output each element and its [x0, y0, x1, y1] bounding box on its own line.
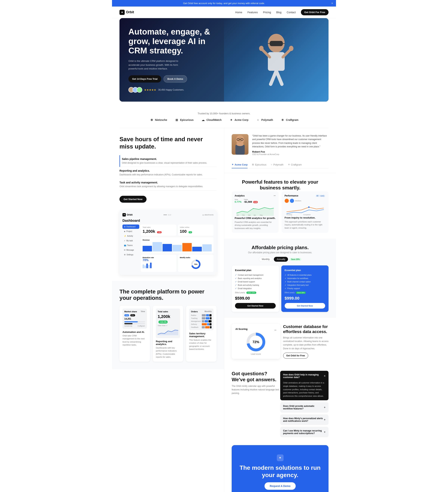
tab-acme-label: Acme Corp [235, 163, 248, 166]
hero-demo-button[interactable]: Book A Demo [164, 75, 187, 82]
dash-nav-settings[interactable]: ⚙ Settings [122, 253, 139, 257]
cta-demo-button[interactable]: Request A Demo [265, 482, 296, 490]
perf-subtitle: From inquiry to resolution. [285, 216, 326, 219]
feature-title-1: Sales pipeline management. [122, 157, 217, 160]
retention-value: 70% [143, 258, 175, 262]
hero-desc: Orbit is the ultimate CRM platform desig… [129, 59, 181, 71]
dash-main-area: Total sales 1,200k -3% Visitor online 10… [141, 225, 214, 272]
monthly-label-card: Monthly [205, 310, 212, 312]
perf-avatars: Workers [285, 199, 326, 203]
plan1-cta[interactable]: Get Started Now [235, 303, 276, 308]
faq-q-1[interactable]: How does Orbit help in managing customer… [280, 371, 329, 381]
close-icon[interactable]: × [331, 2, 333, 5]
plan2-cta[interactable]: Get Started Now [285, 303, 325, 308]
svg-text:Mar: Mar [248, 214, 251, 216]
hero-trial-button[interactable]: Get 14 Days Free Trial [129, 75, 161, 82]
check-icon-4: ✓ [235, 284, 237, 286]
bar-3 [163, 244, 172, 251]
dash-sidebar: ⊞ Dashboard ◈ Project ⚡ Activity ✓ My ta… [122, 225, 139, 272]
seg-3a [202, 320, 204, 322]
tab-epicurious[interactable]: ⊞ Epicurious [252, 161, 266, 168]
faq-expand-icon-3: + [324, 418, 326, 421]
svg-rect-1 [270, 41, 283, 46]
nav-logo[interactable]: ✦ Orbit [119, 10, 134, 15]
faq-q-4[interactable]: Can I use Minty to manage recurring paym… [280, 427, 329, 437]
nav-home[interactable]: Home [235, 11, 242, 14]
total-sales-big-value: 1,200k +13.1% [158, 314, 179, 324]
dash-header: ✦ Orbit ●●●◁▷ ▲ attachments [122, 213, 214, 216]
acme-badge: A% [124, 314, 129, 317]
tab-polymath[interactable]: ○ Polymath [271, 161, 283, 168]
nav-contact[interactable]: Contact [287, 11, 296, 14]
total-sales-header: Total sales [158, 310, 179, 313]
avatar-3 [137, 87, 142, 93]
dash-metrics: Total sales 1,200k -3% Visitor online 10… [141, 225, 214, 236]
customer-db-heading: Customer database for effortless data ac… [280, 324, 329, 334]
plan1-price: $599.00 [235, 296, 276, 301]
market-share-header: Market share View [124, 310, 145, 313]
announce-text: Get Orbit free account only for today, a… [183, 2, 265, 5]
nav-features[interactable]: Features [248, 11, 258, 14]
faq-q-2[interactable]: Does Orbit provide automatic workflow fe… [280, 402, 329, 413]
svg-point-10 [289, 46, 293, 51]
check-icon-1: ✓ [235, 274, 237, 276]
tab-craftgram[interactable]: ✳ Craftgram [288, 161, 302, 168]
nav-pricing[interactable]: Pricing [263, 11, 271, 14]
plan1-feat-2: ✓ Basic reporting and analytics [235, 277, 276, 280]
view-label: View [141, 310, 145, 312]
dash-nav-activity[interactable]: ⚡ Activity [122, 234, 139, 238]
ret-bar-1 [143, 265, 144, 268]
metric-sales: Sales -$1,569 5.4k [244, 199, 258, 203]
save-hours-section: Save hours of time and never miss update… [112, 128, 224, 210]
analytics-menu: ••• [274, 195, 276, 197]
dash-nav-project[interactable]: ◈ Project [122, 229, 139, 234]
feature-card-automation: Market share View A% B% 14,251 [119, 306, 150, 362]
dash-logo-text: Orbit [127, 213, 132, 216]
perf-avatar-1 [285, 199, 289, 203]
weekly-label: Weekly tasks [180, 257, 212, 258]
total-sales-visual: Total sales 1,200k +13.1% View chart ↗ [156, 308, 180, 338]
nav-cta-button[interactable]: Get Orbit For Free [301, 9, 329, 15]
pricing-section: Affordable pricing plans. Our affordable… [224, 239, 336, 318]
dash-nav-message[interactable]: ✉ Message [122, 248, 139, 252]
tab-acme-corp[interactable]: ✦ Acme Corp [232, 161, 248, 168]
ret-bar-2 [144, 266, 146, 268]
faq-close-icon: × [324, 374, 326, 378]
analytics-line-chart: Jan Feb Mar Apr May [235, 205, 276, 216]
nav-blog[interactable]: Blog [276, 11, 281, 14]
faq-q-3[interactable]: How does Minty's personalized alerts and… [280, 414, 329, 425]
perf-badge: All ↑ early [315, 195, 326, 197]
analytics-card: Analytics ••• Now 0.77% Sales -$1,569 [232, 192, 279, 233]
tab-epi-label: Epicurious [255, 163, 266, 166]
dash-nav-teams[interactable]: 👥 Teams [122, 243, 139, 247]
seg-5c [210, 326, 211, 328]
dash-logo: ✦ Orbit [122, 213, 132, 216]
dash-nav-dashboard[interactable]: ⊞ Dashboard [122, 225, 139, 229]
check-icon-9: ✓ [285, 284, 286, 286]
testimonial-photo [232, 134, 249, 155]
progress-bar-2 [124, 323, 145, 324]
annually-toggle[interactable]: Annually [274, 257, 288, 262]
seg-2c [210, 317, 211, 319]
seg-2b [206, 317, 210, 319]
monthly-toggle[interactable]: Monthly [259, 257, 272, 262]
perf-title: Performance [285, 195, 298, 197]
seg-5b [205, 326, 210, 328]
avatar-group [129, 87, 142, 93]
get-started-button[interactable]: Get Started Now [119, 196, 147, 203]
testimonial-name: Robert Fox [252, 150, 329, 153]
dash-nav-mytask[interactable]: ✓ My task [122, 238, 139, 243]
logo-epicurious: ⊞ Epicurious [175, 118, 194, 122]
mini-bar-chart [143, 242, 212, 251]
ai-card-header: AI Scoring ••• [235, 328, 277, 333]
bar-7 [202, 244, 212, 251]
svg-point-25 [308, 206, 309, 208]
orbit-free-button[interactable]: Get Orbit for Free [283, 353, 308, 359]
platform-feature-cards: Market share View A% B% 14,251 [119, 306, 217, 362]
cta-icon: ✦ [277, 454, 284, 461]
ret-bar-4 [148, 265, 150, 268]
pricing-toggle: Monthly Annually Save 20% [232, 257, 329, 262]
faq-left: Got questions? We've got answers. The Or… [232, 371, 280, 398]
faq-a-1: Orbit centralizes all customer informati… [280, 381, 329, 400]
feature-desc-2: Dashboards with key performance indicato… [119, 173, 217, 176]
